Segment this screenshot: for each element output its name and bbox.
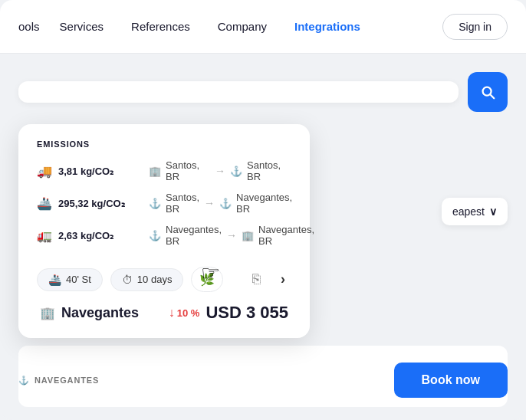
building-icon-3: 🏢 — [242, 230, 254, 241]
clock-icon: ⏱ — [122, 274, 133, 286]
from-label-3: Navegantes, BR — [166, 224, 222, 247]
search-icon — [479, 84, 496, 100]
from-label-1: Santos, BR — [166, 159, 210, 182]
emission-row-2: 🚢 295,32 kg/CO₂ ⚓ Santos, BR → ⚓ Navegan… — [37, 192, 291, 215]
to-label-1: Santos, BR — [247, 159, 291, 182]
port-row: ⚓ NAVEGANTES Book now — [18, 363, 508, 407]
emission-row-1: 🚚 3,81 kg/CO₂ 🏢 Santos, BR → ⚓ Santos, B… — [37, 159, 291, 182]
days-label: 10 days — [137, 274, 173, 285]
port-label: ⚓ NAVEGANTES — [18, 376, 99, 386]
eco-tag[interactable]: 🌿 — [191, 267, 223, 292]
nav-item-references[interactable]: References — [117, 14, 204, 39]
anchor-icon-1: ⚓ — [230, 166, 242, 177]
search-input[interactable] — [18, 81, 459, 103]
emission-route-2: ⚓ Santos, BR → ⚓ Navegantes, BR — [149, 192, 292, 215]
bottom-section: ⚓ NAVEGANTES Book now — [18, 346, 508, 407]
emission-value-2: 295,32 kg/CO₂ — [58, 198, 143, 209]
arrow-2: → — [204, 197, 215, 209]
anchor-icon-2b: ⚓ — [219, 198, 232, 209]
emission-route-3: ⚓ Navegantes, BR → 🏢 Navegantes, BR — [149, 224, 314, 247]
copy-button[interactable]: ⎘ — [246, 268, 267, 290]
days-tag: ⏱ 10 days — [110, 268, 184, 291]
chevron-down-icon: ∨ — [489, 205, 497, 218]
building-icon-1: 🏢 — [149, 166, 161, 177]
navbar: ools Services References Company Integra… — [0, 0, 526, 54]
container-label: 40' St — [66, 274, 91, 285]
truck-icon: 🚚 — [37, 164, 52, 179]
to-label-3: Navegantes, BR — [258, 224, 314, 247]
main-content: EMISSIONS 🚚 3,81 kg/CO₂ 🏢 Santos, BR → ⚓… — [0, 54, 526, 407]
price-block: ↓ 10 % USD 3 055 — [169, 303, 288, 323]
to-label-2: Navegantes, BR — [236, 192, 292, 215]
book-button[interactable]: Book now — [394, 363, 508, 398]
ship-icon: 🚢 — [37, 196, 52, 211]
nav-item-integrations[interactable]: Integrations — [281, 14, 374, 39]
next-button[interactable]: › — [275, 268, 291, 290]
discount-badge: ↓ 10 % — [169, 306, 200, 320]
search-button[interactable] — [468, 72, 508, 112]
emissions-popup: EMISSIONS 🚚 3,81 kg/CO₂ 🏢 Santos, BR → ⚓… — [18, 124, 310, 338]
down-arrow-icon: ↓ — [169, 306, 175, 320]
budapest-label: eapest — [452, 205, 485, 218]
anchor-port-icon: ⚓ — [18, 376, 30, 386]
nav-item-company[interactable]: Company — [204, 14, 281, 39]
leaf-icon: 🌿 — [199, 272, 215, 287]
truck2-icon: 🚛 — [37, 228, 52, 243]
container-icon: 🚢 — [48, 274, 61, 286]
arrow-1: → — [215, 165, 225, 177]
destination-icon: 🏢 — [40, 306, 55, 320]
emissions-title: EMISSIONS — [37, 139, 291, 149]
sign-in-button[interactable]: Sign in — [442, 14, 508, 40]
budapest-dropdown[interactable]: eapest ∨ — [442, 198, 508, 225]
result-row: 🏢 Navegantes ↓ 10 % USD 3 055 — [37, 303, 291, 323]
nav-tools-label: ools — [18, 14, 40, 39]
anchor-icon-3a: ⚓ — [149, 230, 161, 241]
arrow-3: → — [226, 229, 237, 241]
price-amount: USD 3 055 — [205, 303, 288, 323]
nav-item-services[interactable]: Services — [46, 14, 118, 39]
emission-route-1: 🏢 Santos, BR → ⚓ Santos, BR — [149, 159, 291, 182]
destination-text: Navegantes — [61, 305, 139, 321]
search-row — [18, 72, 508, 112]
anchor-icon-2a: ⚓ — [149, 198, 161, 209]
discount-value: 10 % — [177, 307, 200, 319]
destination-label: 🏢 Navegantes — [40, 305, 139, 321]
from-label-2: Santos, BR — [166, 192, 199, 215]
tag-row: 🚢 40' St ⏱ 10 days 🌿 ⎘ › — [37, 259, 291, 292]
emission-value-3: 2,63 kg/CO₂ — [58, 230, 143, 241]
emission-row-3: 🚛 2,63 kg/CO₂ ⚓ Navegantes, BR → 🏢 Naveg… — [37, 224, 291, 247]
emission-value-1: 3,81 kg/CO₂ — [58, 166, 143, 177]
port-text: NAVEGANTES — [35, 376, 99, 385]
container-tag: 🚢 40' St — [37, 268, 103, 291]
